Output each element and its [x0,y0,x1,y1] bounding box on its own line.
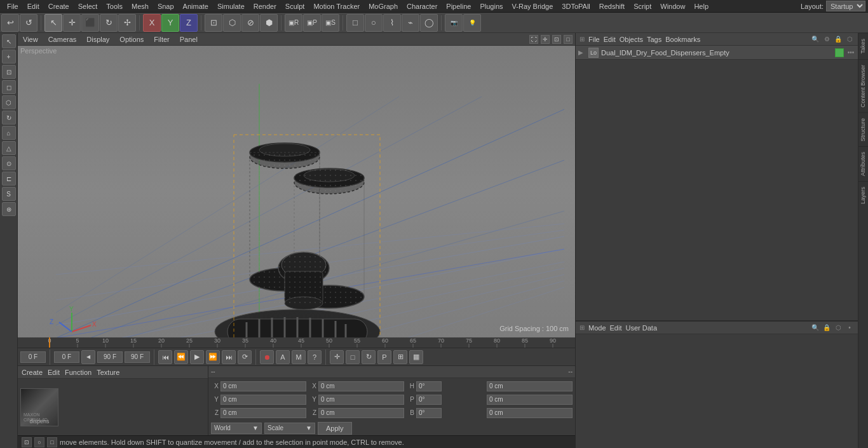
size-y-input[interactable] [487,395,573,405]
help-pb-button[interactable]: ? [308,350,322,364]
sidebar-btn-3[interactable]: ⊡ [2,65,16,79]
prev-frame-button[interactable]: ⏪ [174,350,188,364]
pb-extra-1[interactable]: ✛ [330,350,344,364]
z-rot-input[interactable] [318,408,404,418]
viewport[interactable]: View Cameras Display Options Filter Pane… [18,33,575,337]
size-x-input[interactable] [487,381,573,391]
menu-redshift[interactable]: Redshift [595,1,629,11]
y-axis-button[interactable]: Y [161,14,179,32]
tab-layers[interactable]: Layers [858,181,868,209]
layout-select[interactable]: Startup [826,1,865,11]
obj-menu-bookmarks[interactable]: Bookmarks [665,36,700,43]
sidebar-btn-11[interactable]: S [2,187,16,201]
start-frame-input[interactable] [54,351,79,363]
status-icon-3[interactable]: □ [47,437,57,447]
sidebar-btn-7[interactable]: ⌂ [2,126,16,140]
end-frame-input-1[interactable] [97,351,123,363]
menu-motion-tracker[interactable]: Motion Tracker [309,1,364,11]
b-input[interactable] [416,408,442,418]
sidebar-btn-5[interactable]: ⬡ [2,95,16,109]
render-pic-button[interactable]: ▣P [303,14,321,32]
transform-button[interactable]: ✢ [118,14,136,32]
object-status-dot[interactable] [835,48,844,57]
h-input[interactable] [416,381,442,391]
next-frame-button[interactable]: ⏩ [206,350,220,364]
menu-window[interactable]: Window [656,1,689,11]
panel-gear-icon[interactable]: ⚙ [822,35,831,44]
menu-vray[interactable]: V-Ray Bridge [508,1,558,11]
scale-dropdown[interactable]: Scale ▼ [264,423,315,434]
vp-menu-panel[interactable]: Panel [177,36,200,43]
object-extra-icon[interactable]: ••• [846,48,855,57]
attr-menu-edit[interactable]: Edit [610,324,622,332]
menu-script[interactable]: Script [629,1,656,11]
light-button[interactable]: 💡 [463,14,481,32]
tab-structure[interactable]: Structure [858,112,868,147]
status-icon-1[interactable]: ⊡ [22,437,32,447]
menu-render[interactable]: Render [249,1,281,11]
z-pos-input[interactable] [220,408,306,418]
attr-lock-icon[interactable]: 🔒 [822,323,831,332]
mat-menu-texture[interactable]: Texture [97,369,119,376]
y-pos-input[interactable] [220,395,306,405]
go-start-button[interactable]: ⏮ [158,350,172,364]
record-button[interactable]: ⏺ [260,350,274,364]
end-frame-input-2[interactable] [125,351,150,363]
menu-animate[interactable]: Animate [179,1,213,11]
move-button[interactable]: ✛ [63,14,81,32]
menu-mograph[interactable]: MoGraph [364,1,402,11]
rotate-button[interactable]: ↻ [100,14,118,32]
size-z-input[interactable] [487,408,573,418]
pb-extra-4[interactable]: P [377,350,391,364]
viewport-3d[interactable]: X Y Z Grid Spacing : 100 cm [18,46,575,337]
vp-menu-filter[interactable]: Filter [151,36,172,43]
select-mode-button[interactable]: ↖ [44,14,62,32]
menu-help[interactable]: Help [689,1,713,11]
status-icon-2[interactable]: ○ [34,437,44,447]
apply-button[interactable]: Apply [318,422,352,435]
z-axis-button[interactable]: Z [180,14,198,32]
world-dropdown[interactable]: World ▼ [211,423,262,434]
sidebar-btn-12[interactable]: ⊛ [2,202,16,216]
menu-snap[interactable]: Snap [153,1,179,11]
panel-search-icon[interactable]: 🔍 [811,35,820,44]
object-expand-icon[interactable]: ▶ [578,49,586,56]
play-button[interactable]: ▶ [190,350,204,364]
x-pos-input[interactable] [220,381,306,391]
menu-pipeline[interactable]: Pipeline [442,1,475,11]
attr-search-icon[interactable]: 🔍 [811,323,820,332]
tab-attributes[interactable]: Attributes [858,146,868,181]
vp-icon-2[interactable]: ✛ [541,35,550,44]
circle-button[interactable]: ◯ [420,14,438,32]
pb-extra-3[interactable]: ↻ [362,350,376,364]
menu-create[interactable]: Create [44,1,74,11]
mat-menu-create[interactable]: Create [22,369,43,376]
sidebar-btn-1[interactable]: ↖ [2,34,16,48]
panel-lock-icon[interactable]: 🔒 [834,35,843,44]
menu-mesh[interactable]: Mesh [127,1,153,11]
menu-plugins[interactable]: Plugins [475,1,507,11]
tab-takes[interactable]: Takes [858,33,868,59]
tab-content-browser[interactable]: Content Browser [858,59,868,112]
sphere-button[interactable]: ○ [365,14,383,32]
pb-extra-2[interactable]: □ [346,350,360,364]
vp-icon-4[interactable]: □ [564,35,573,44]
obj-menu-objects[interactable]: Objects [620,36,643,43]
menu-file[interactable]: File [3,1,23,11]
menu-simulate[interactable]: Simulate [213,1,249,11]
pb-extra-6[interactable]: ▦ [409,350,423,364]
x-axis-button[interactable]: X [143,14,161,32]
panel-expand-icon[interactable]: ⬡ [845,35,854,44]
sidebar-btn-10[interactable]: ⊏ [2,172,16,186]
obj-menu-tags[interactable]: Tags [647,36,661,43]
menu-character[interactable]: Character [402,1,442,11]
vp-menu-display[interactable]: Display [84,36,112,43]
nurbs-button[interactable]: ⌇ [383,14,401,32]
menu-sculpt[interactable]: Sculpt [281,1,309,11]
current-frame-input[interactable] [20,351,46,363]
menu-3dtoall[interactable]: 3DToPAll [557,1,594,11]
vp-menu-cameras[interactable]: Cameras [46,36,79,43]
attr-expand-icon[interactable]: ⬡ [834,323,843,332]
obj-menu-edit[interactable]: Edit [604,36,616,43]
sidebar-btn-4[interactable]: ◻ [2,80,16,94]
